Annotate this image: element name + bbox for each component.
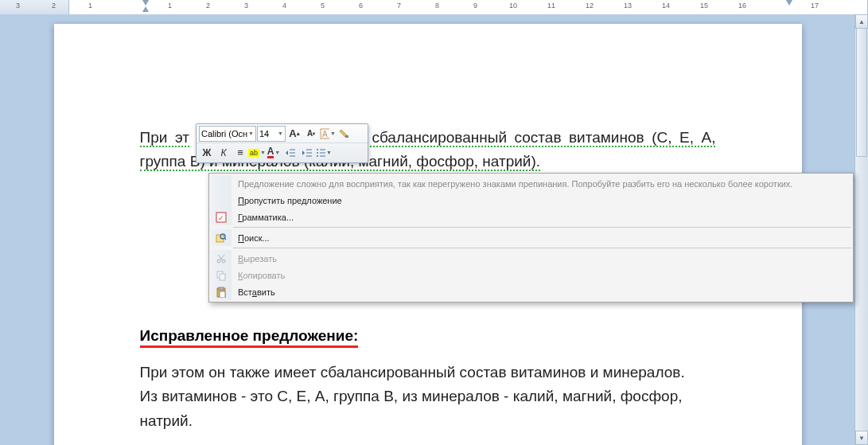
vertical-scrollbar[interactable]: ▲ ▼ [854,14,868,445]
svg-rect-28 [220,291,225,298]
scroll-down-button[interactable]: ▼ [855,431,868,445]
menu-cut: Вырезать [211,250,851,267]
bold-button[interactable]: Ж [199,145,215,161]
highlight-button[interactable]: ab▼ [249,145,265,161]
bullets-icon [316,147,325,158]
scissors-icon [211,250,232,267]
menu-search[interactable]: Поиск... [211,229,851,246]
paintbrush-icon [339,128,350,139]
chevron-down-icon: ▼ [278,131,283,136]
increase-indent-button[interactable] [299,145,315,161]
menu-copy: Копировать [211,267,851,283]
word-window: 3 2 1 1 2 3 4 5 6 7 8 9 10 11 12 13 14 1… [0,0,868,445]
copy-icon [211,267,232,283]
hanging-indent-marker[interactable] [142,6,149,12]
text-grammar-underline: сбалансированный состав витаминов (С, Е,… [364,129,716,147]
indent-icon [302,147,313,158]
format-painter-button[interactable] [337,126,352,142]
first-line-indent-marker[interactable] [142,0,149,6]
text-grammar-underline: При эт [140,129,189,147]
menu-paste[interactable]: Вставить [211,283,851,300]
svg-line-19 [224,238,226,240]
shrink-font-button[interactable]: A▾ [303,126,319,142]
horizontal-ruler[interactable]: 3 2 1 1 2 3 4 5 6 7 8 9 10 11 12 13 14 1… [0,0,868,15]
svg-text:A: A [322,130,328,139]
svg-rect-27 [219,287,224,290]
outdent-icon [285,147,296,158]
decrease-indent-button[interactable] [282,145,298,161]
menu-separator [233,227,851,228]
svg-point-11 [317,155,318,157]
search-icon [211,229,232,246]
align-center-button[interactable]: ≡ [232,145,248,161]
svg-rect-25 [220,274,225,280]
svg-rect-2 [345,135,348,138]
right-indent-marker[interactable] [786,0,792,6]
bullets-button[interactable]: ▼ [316,145,332,161]
menu-grammar[interactable]: ✓ Грамматика... [211,209,851,225]
svg-point-10 [317,152,318,154]
mini-toolbar[interactable]: Calibri (Осн▼ 14▼ A▴ A▾ A▼ Ж К ≡ ab▼ A▼ … [196,123,368,163]
grow-font-button[interactable]: A▴ [286,126,302,142]
styles-button[interactable]: A▼ [320,126,336,142]
chevron-down-icon: ▼ [248,131,254,136]
menu-explanation: Предложение сложно для восприятия, так к… [211,175,851,192]
grammar-icon: ✓ [211,209,232,225]
paragraph-fixed[interactable]: При этом он также имеет сбалансированный… [140,361,716,433]
context-menu: Предложение сложно для восприятия, так к… [208,173,854,303]
svg-point-9 [317,149,318,150]
font-color-button[interactable]: A▼ [266,145,282,161]
svg-text:✓: ✓ [218,214,224,222]
italic-button[interactable]: К [216,145,232,161]
heading-corrected: Исправленное предложение: [140,327,716,361]
paste-icon [211,283,232,300]
scroll-up-button[interactable]: ▲ [855,14,868,29]
font-size-select[interactable]: 14▼ [257,126,286,142]
scroll-thumb[interactable] [856,28,867,157]
menu-separator [233,248,851,248]
menu-skip-sentence[interactable]: Пропустить предложение [211,192,851,209]
styles-icon: A [320,128,329,139]
font-family-select[interactable]: Calibri (Осн▼ [199,126,256,142]
